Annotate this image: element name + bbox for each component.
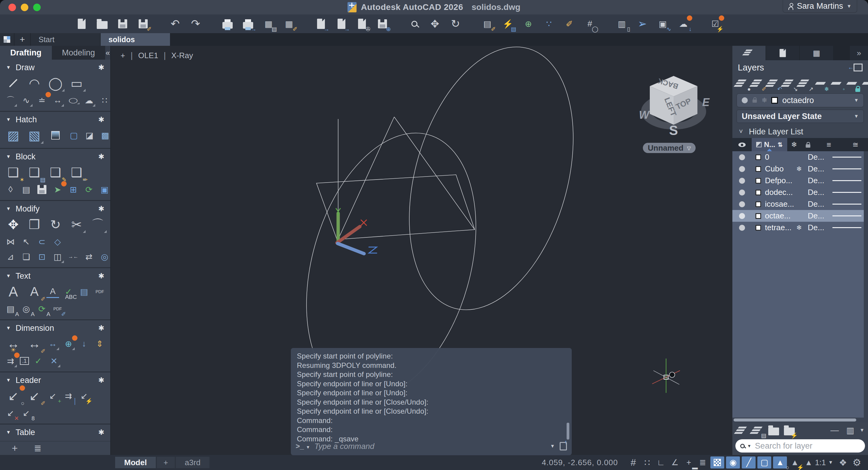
gradient-icon[interactable]	[46, 127, 64, 144]
layer-lineweight[interactable]: De...	[808, 199, 832, 209]
layer-color-swatch[interactable]	[752, 213, 765, 219]
layer-status-icon[interactable]	[733, 178, 752, 184]
section-settings-icon[interactable]: ✱	[98, 63, 104, 72]
layer-linetype-line[interactable]	[832, 215, 868, 216]
measure-geometry-icon[interactable]: ↔	[51, 94, 64, 107]
save-icon[interactable]	[116, 18, 129, 30]
layer-match-icon[interactable]: ✐	[751, 76, 764, 90]
dimension-style-icon[interactable]: ↔✐	[25, 335, 43, 352]
dimension-update-icon[interactable]: ↓	[78, 338, 90, 350]
object-snap-icon[interactable]: +▬	[682, 457, 695, 469]
properties-icon[interactable]: ▤✐	[481, 18, 494, 30]
hatch-boundary-icon[interactable]: ▢	[67, 129, 80, 142]
sheet-set-palette-tab[interactable]: ▦	[800, 46, 833, 60]
column-name[interactable]: N... ⇅	[752, 138, 787, 151]
section-header[interactable]: ▼Dimension✱	[0, 322, 110, 334]
layer-linetype-line[interactable]	[832, 192, 868, 193]
tool-palettes-icon[interactable]: ◪	[83, 129, 96, 142]
xref-palette-tab[interactable]	[766, 46, 799, 60]
geolocation-icon[interactable]: ⊕	[522, 18, 535, 30]
layer-row[interactable]: Defpo...De...	[733, 175, 868, 187]
line-icon[interactable]	[4, 75, 22, 92]
layers-palette-tab[interactable]	[733, 46, 766, 60]
close-window-button[interactable]	[8, 4, 16, 11]
text-update-icon[interactable]: ⟳A	[36, 303, 48, 315]
layer-name[interactable]: octae...	[765, 211, 796, 221]
layer-states-import-icon[interactable]: ⚡	[783, 424, 796, 437]
viewport[interactable]: + | OLE1 | X-Ray	[111, 46, 733, 455]
vp-freeze-icon[interactable]: ❄	[796, 165, 808, 173]
replace-item-icon[interactable]: ◎	[98, 250, 110, 263]
baseline-dimension-icon[interactable]: ⇉	[4, 355, 17, 367]
layer-name[interactable]: Cubo	[765, 164, 796, 174]
auto-hide-icon[interactable]	[854, 64, 863, 71]
layer-row[interactable]: tetrae...❄De...	[733, 222, 868, 233]
layout-tab-a3rd[interactable]: a3rd	[176, 457, 210, 468]
polyline-icon[interactable]: ◠	[25, 75, 43, 92]
command-input[interactable]	[314, 442, 546, 451]
layer-previous-icon[interactable]: ↶	[767, 76, 780, 90]
command-scrollbar[interactable]	[567, 423, 569, 440]
action-items-icon[interactable]: ☑⚡	[709, 18, 721, 30]
align-leaders-icon[interactable]: ⇉│	[62, 389, 75, 402]
section-settings-icon[interactable]: ✱	[98, 152, 104, 161]
layer-lineweight[interactable]: De...	[808, 152, 832, 162]
text-style-icon[interactable]: A✐	[25, 283, 43, 300]
column-freeze[interactable]: ❄	[787, 140, 801, 149]
tab-solidos[interactable]: solidos	[101, 33, 170, 46]
tolerance-icon[interactable]: .1	[20, 357, 29, 365]
palette-overflow-button[interactable]: »	[850, 46, 868, 60]
scrollbar-thumb[interactable]	[734, 418, 856, 421]
dimension-inspect-icon[interactable]: ✕	[48, 355, 60, 367]
layer-status-icon[interactable]	[733, 189, 752, 195]
layer-lock-icon[interactable]	[845, 76, 858, 90]
section-header[interactable]: ▼Modify✱	[0, 203, 110, 215]
share-drawing-icon[interactable]: ➢	[636, 18, 649, 30]
layer-status-icon[interactable]	[733, 201, 752, 207]
user-account-button[interactable]: Sara Martins ▼	[783, 0, 857, 13]
customization-gear-icon[interactable]: ⚙	[850, 457, 864, 469]
new-layer-icon[interactable]	[736, 424, 749, 437]
isolate-objects-icon[interactable]: ▢	[757, 457, 771, 469]
section-header[interactable]: ▼Leader✱	[0, 374, 110, 386]
section-settings-icon[interactable]: ✱	[98, 324, 104, 332]
section-collapse-icon[interactable]: ▼	[6, 154, 11, 159]
copy-history-icon[interactable]	[560, 442, 567, 450]
insert-point-icon[interactable]: ➤	[51, 183, 64, 196]
join-icon[interactable]: →←	[67, 250, 80, 263]
section-header[interactable]: ▼Block✱	[0, 151, 110, 163]
column-linetype[interactable]: ≅	[843, 140, 868, 149]
section-collapse-icon[interactable]: ▼	[6, 273, 11, 279]
collapse-palette-button[interactable]: «	[105, 46, 110, 60]
collect-leaders-icon[interactable]: ↙8	[20, 407, 33, 419]
scale-icon[interactable]: ⊡	[36, 250, 48, 263]
clean-screen-icon[interactable]: ✐	[563, 18, 576, 30]
section-settings-icon[interactable]: ✱	[98, 205, 104, 213]
layer-row[interactable]: Cubo❄De...	[733, 163, 868, 175]
add-layout-button[interactable]: +	[157, 457, 175, 468]
lineweight-display-icon[interactable]: ≣	[695, 457, 710, 469]
single-line-text-icon[interactable]: A	[46, 285, 59, 298]
explode-icon[interactable]: ◇	[51, 235, 64, 248]
layer-row[interactable]: 0De...	[733, 151, 868, 163]
layer-freeze-icon[interactable]: ❄	[814, 76, 827, 90]
plot-style-edit-icon[interactable]: ▦✐	[283, 18, 296, 30]
attribute-frames-icon[interactable]: ▣	[98, 183, 110, 196]
visual-style-control[interactable]: X-Ray	[171, 51, 193, 60]
section-collapse-icon[interactable]: ▼	[6, 206, 11, 212]
section-settings-icon[interactable]: ✱	[98, 272, 104, 280]
layer-lineweight[interactable]: De...	[808, 164, 832, 174]
new-layer-vp-frozen-icon[interactable]: ▤	[752, 424, 764, 437]
lengthen-icon[interactable]: ⊿	[4, 250, 17, 263]
quick-leader-icon[interactable]: ↙⚡	[78, 389, 90, 402]
quick-select-icon[interactable]: ⚡▤	[501, 18, 514, 30]
center-mark-icon[interactable]: ⊕	[62, 338, 75, 350]
new-file-icon[interactable]	[75, 18, 88, 30]
redo-icon[interactable]: ↷	[189, 18, 202, 30]
layer-search-box[interactable]: ▼	[735, 439, 865, 452]
tab-start[interactable]: Start	[31, 33, 100, 46]
stretch-icon[interactable]: ↖	[20, 235, 33, 248]
zoom-window-icon[interactable]	[408, 18, 421, 30]
named-view-pill[interactable]: Unnamed ▽	[643, 143, 695, 153]
layer-lineweight[interactable]: De...	[808, 176, 832, 185]
